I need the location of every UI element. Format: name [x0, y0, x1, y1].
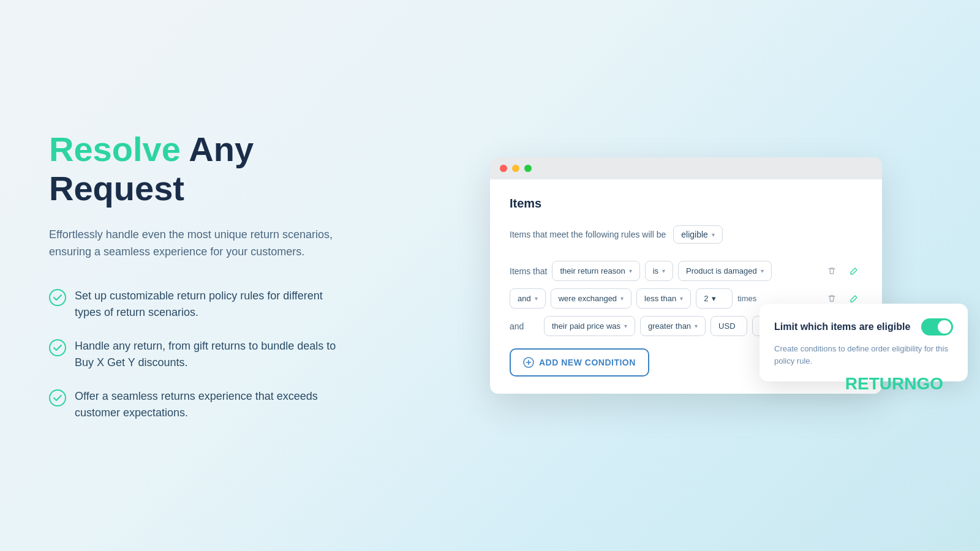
logo-text-dark: RETURN [845, 374, 917, 393]
check-circle-icon-3 [49, 389, 66, 407]
chevron-icon: ▾ [712, 294, 716, 303]
hero-description: Effortlessly handle even the most unique… [49, 226, 343, 261]
chevron-icon: ▾ [761, 268, 764, 274]
were-exchanged-select[interactable]: were exchanged ▾ [551, 288, 631, 309]
eligible-option: eligible [681, 230, 708, 239]
return-reason-label: their return reason [560, 266, 625, 276]
browser-titlebar [490, 157, 882, 179]
condition-row-1: Items that their return reason ▾ is ▾ Pr… [510, 261, 862, 281]
right-panel: Items Items that meet the following rule… [392, 133, 980, 418]
paid-price-select[interactable]: their paid price was ▾ [544, 316, 635, 336]
cond-prefix-3: and [510, 321, 539, 331]
eligible-select[interactable]: eligible ▾ [673, 225, 723, 244]
bullet-item-2: Handle any return, from gift returns to … [49, 338, 343, 371]
cond-prefix-1: Items that [510, 266, 547, 276]
product-damaged-label: Product is damaged [686, 266, 757, 276]
bullet-item-3: Offer a seamless returns experience that… [49, 388, 343, 421]
and-label-2: and [518, 294, 531, 303]
greater-than-select[interactable]: greater than ▾ [640, 316, 706, 336]
plus-circle-icon [523, 357, 534, 368]
chevron-icon: ▾ [680, 295, 683, 302]
eligible-toggle[interactable] [921, 318, 953, 335]
returngo-logo: RETURNGO [845, 374, 943, 394]
is-operator-label: is [653, 266, 658, 276]
less-than-label: less than [644, 294, 676, 303]
svg-point-0 [50, 290, 66, 305]
tooltip-description: Create conditions to define order eligib… [774, 343, 953, 367]
left-panel: Resolve AnyRequest Effortlessly handle e… [0, 93, 392, 458]
dot-green [524, 165, 532, 172]
dot-yellow [512, 165, 519, 172]
were-exchanged-label: were exchanged [559, 294, 617, 303]
logo-text-green: GO [916, 374, 943, 393]
return-reason-select[interactable]: their return reason ▾ [552, 261, 639, 281]
eligibility-row: Items that meet the following rules will… [510, 225, 862, 244]
tooltip-title: Limit which items are eligible [774, 321, 910, 332]
currency-label: USD [718, 321, 735, 331]
hero-title-green: Resolve [49, 130, 181, 168]
less-than-select[interactable]: less than ▾ [636, 288, 691, 309]
and-select-2[interactable]: and ▾ [510, 288, 546, 309]
bullet-text-3: Offer a seamless returns experience that… [75, 388, 343, 421]
svg-point-2 [50, 390, 66, 406]
add-condition-button[interactable]: ADD NEW CONDITION [510, 348, 649, 377]
chevron-icon: ▾ [695, 323, 698, 329]
bullet-item-1: Set up customizable return policy rules … [49, 288, 343, 321]
hero-title: Resolve AnyRequest [49, 130, 343, 209]
check-circle-icon-1 [49, 289, 66, 306]
product-damaged-select[interactable]: Product is damaged ▾ [678, 261, 772, 281]
times-unit: times [737, 294, 756, 303]
times-number: 2 [704, 294, 708, 303]
bullet-list: Set up customizable return policy rules … [49, 288, 343, 421]
toggle-knob [938, 320, 951, 334]
currency-select: USD [710, 316, 747, 336]
check-circle-icon-2 [49, 339, 66, 356]
is-operator-select[interactable]: is ▾ [645, 261, 673, 281]
tooltip-header: Limit which items are eligible [774, 318, 953, 335]
dot-red [500, 165, 507, 172]
tooltip-card: Limit which items are eligible Create co… [760, 304, 968, 381]
chevron-icon: ▾ [535, 295, 538, 302]
bullet-text-1: Set up customizable return policy rules … [75, 288, 343, 321]
bullet-text-2: Handle any return, from gift returns to … [75, 338, 343, 371]
chevron-icon: ▾ [620, 295, 624, 302]
row1-actions [823, 263, 862, 280]
paid-price-label: their paid price was [552, 321, 620, 331]
edit-button-1[interactable] [845, 263, 862, 280]
chevron-icon: ▾ [624, 323, 627, 329]
chevron-icon: ▾ [629, 268, 632, 274]
chevron-icon: ▾ [662, 268, 665, 274]
svg-point-1 [50, 340, 66, 356]
eligibility-label: Items that meet the following rules will… [510, 230, 666, 239]
section-title: Items [510, 197, 862, 211]
add-condition-label: ADD NEW CONDITION [539, 358, 636, 367]
chevron-down-icon: ▾ [712, 231, 715, 238]
greater-than-label: greater than [648, 321, 691, 331]
delete-button-1[interactable] [823, 263, 840, 280]
times-value: 2 ▾ [696, 288, 733, 309]
